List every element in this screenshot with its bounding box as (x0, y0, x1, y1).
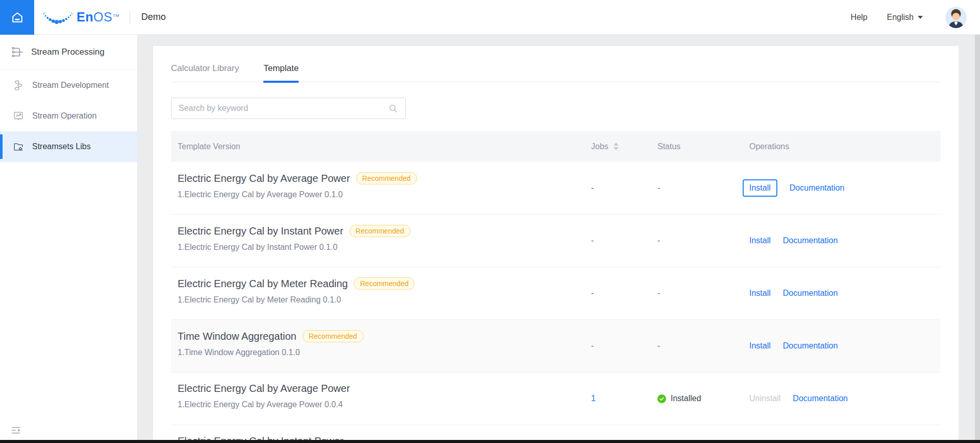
column-header-template-version: Template Version (171, 142, 584, 151)
jobs-cell: 1 (584, 372, 651, 425)
search-input[interactable] (179, 104, 388, 113)
status-text: - (657, 341, 660, 351)
sidebar-item-streamsets-libs[interactable]: Streamsets Libs (0, 131, 137, 162)
enos-logo: EnOSTM (42, 9, 119, 26)
jobs-value: - (591, 289, 594, 298)
template-version-cell: Time Window Aggregation Recommended 1.Ti… (171, 320, 584, 372)
jobs-value: - (591, 341, 594, 351)
operations-cell: InstallDocumentation (743, 320, 941, 372)
operations-cell: InstallDocumentation (743, 215, 941, 267)
table-row: Electric Energy Cal by Average Power Rec… (171, 162, 941, 215)
template-title: Electric Energy Cal by Average Power (178, 383, 350, 394)
documentation-link[interactable]: Documentation (793, 394, 848, 403)
table-row: Electric Energy Cal by Instant Power Rec… (171, 215, 941, 267)
workspace-title: Demo (141, 12, 166, 22)
template-version: 1.Electric Energy Cal by Average Power 0… (178, 400, 584, 409)
sidebar-item-label: Stream Operation (32, 111, 96, 121)
status-cell: Installed (651, 372, 743, 425)
sidebar-collapse-button[interactable] (10, 425, 21, 436)
status-text: - (657, 289, 660, 298)
install-button[interactable]: Install (749, 341, 771, 351)
jobs-cell: - (584, 320, 651, 372)
template-version: 1.Time Window Aggregation 0.1.0 (178, 348, 584, 357)
documentation-link[interactable]: Documentation (783, 289, 838, 298)
stream-development-icon (13, 80, 24, 91)
top-header: EnOSTM Demo Help English (0, 0, 980, 35)
sidebar-title-label: Stream Processing (31, 47, 105, 57)
jobs-cell: - (584, 162, 651, 214)
table-row: Electric Energy Cal by Meter Reading Rec… (171, 267, 941, 320)
sort-jobs-icon[interactable] (614, 143, 619, 150)
tab-bar: Calculator Library Template (171, 46, 941, 82)
operations-cell: InstallDocumentation (743, 162, 941, 214)
jobs-cell: - (584, 215, 651, 267)
documentation-link[interactable]: Documentation (783, 236, 838, 245)
documentation-link[interactable]: Documentation (790, 183, 845, 193)
help-link[interactable]: Help (851, 13, 868, 22)
template-version: 1.Electric Energy Cal by Instant Power 0… (178, 243, 584, 252)
template-title: Electric Energy Cal by Average Power (178, 173, 350, 184)
table-row: Electric Energy Cal by Average Power 1.E… (171, 372, 941, 425)
status-text: - (657, 183, 660, 193)
column-header-jobs: Jobs (584, 142, 651, 151)
table-row: Time Window Aggregation Recommended 1.Ti… (171, 320, 941, 372)
install-button[interactable]: Install (749, 236, 771, 245)
status-cell: - (651, 215, 743, 267)
template-title: Time Window Aggregation (178, 331, 297, 342)
language-selector[interactable]: English (887, 13, 923, 22)
home-button[interactable] (0, 0, 34, 35)
recommended-badge: Recommended (350, 225, 410, 237)
tab-template[interactable]: Template (263, 62, 299, 82)
content-card: Calculator Library Template Template Ver… (153, 46, 959, 443)
table-body: Electric Energy Cal by Average Power Rec… (171, 162, 941, 443)
template-version-cell: Electric Energy Cal by Average Power 1.E… (171, 372, 584, 425)
home-icon (10, 10, 24, 25)
enos-logo-dots-icon (42, 9, 74, 26)
user-avatar[interactable] (945, 7, 967, 28)
vertical-scrollbar[interactable] (975, 35, 980, 443)
column-header-operations: Operations (743, 142, 941, 151)
search-icon[interactable] (388, 103, 398, 113)
header-divider (130, 11, 130, 24)
template-table: Template Version Jobs Status Operations … (171, 131, 941, 443)
streamsets-libs-icon (13, 141, 24, 152)
template-title: Electric Energy Cal by Meter Reading (178, 278, 348, 290)
sidebar-item-stream-operation[interactable]: Stream Operation (0, 101, 137, 131)
tab-calculator-library[interactable]: Calculator Library (171, 62, 239, 82)
jobs-count-link[interactable]: 1 (591, 394, 596, 403)
status-text: Installed (671, 394, 701, 403)
template-version-cell: Electric Energy Cal by Average Power Rec… (171, 162, 584, 214)
jobs-header-label: Jobs (591, 142, 608, 151)
install-button[interactable]: Install (743, 179, 777, 197)
header-actions: Help English (851, 7, 980, 28)
bottom-edge-bar (0, 440, 980, 443)
sidebar-item-label: Streamsets Libs (32, 142, 91, 151)
operations-cell: InstallDocumentation (743, 267, 941, 319)
recommended-badge: Recommended (303, 330, 363, 342)
installed-check-icon (657, 394, 666, 403)
jobs-cell: - (584, 267, 651, 319)
status-cell: - (651, 162, 743, 214)
enos-logo-text: EnOSTM (77, 10, 119, 25)
language-label: English (887, 13, 914, 22)
operations-cell: UninstallDocumentation (743, 372, 941, 425)
template-version-cell: Electric Energy Cal by Instant Power Rec… (171, 215, 584, 267)
status-installed: Installed (657, 394, 701, 403)
install-button[interactable]: Install (749, 289, 771, 298)
stream-operation-icon (13, 110, 24, 122)
sidebar-title-stream-processing[interactable]: Stream Processing (0, 35, 137, 70)
jobs-value: - (591, 236, 594, 245)
status-cell: - (651, 320, 743, 372)
jobs-value: - (591, 183, 594, 193)
recommended-badge: Recommended (354, 277, 414, 290)
template-version: 1.Electric Energy Cal by Meter Reading 0… (178, 295, 584, 305)
recommended-badge: Recommended (356, 172, 417, 184)
sidebar: Stream Processing Stream Development (0, 35, 138, 443)
uninstall-button[interactable]: Uninstall (749, 394, 780, 403)
table-header-row: Template Version Jobs Status Operations (171, 131, 941, 162)
sidebar-item-stream-development[interactable]: Stream Development (0, 70, 137, 101)
documentation-link[interactable]: Documentation (783, 341, 838, 351)
sidebar-item-label: Stream Development (32, 81, 109, 90)
status-cell: - (651, 267, 743, 319)
template-version-cell: Electric Energy Cal by Meter Reading Rec… (171, 267, 584, 319)
